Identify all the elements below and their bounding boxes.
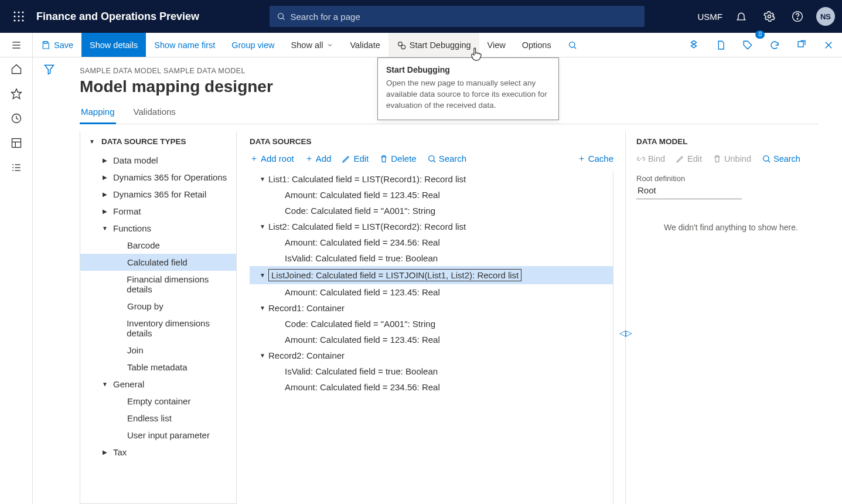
type-node-label: Table metadata [127,362,188,372]
nav-hamburger[interactable] [0,33,33,57]
data-source-node[interactable]: IsValid: Calculated field = true: Boolea… [250,250,613,266]
tab-mapping[interactable]: Mapping [80,107,116,124]
type-node[interactable]: Barcode [80,237,236,254]
type-node[interactable]: Join [80,342,236,359]
link-icon [636,154,646,164]
global-search[interactable] [270,6,645,27]
settings-icon[interactable] [760,7,779,26]
data-source-types-panel: ▼ DATA SOURCE TYPES ▶Data model▶Dynamics… [80,131,237,504]
type-node[interactable]: ▶Data model [80,152,236,169]
add-root-label: Add root [261,154,294,164]
global-search-input[interactable] [290,12,638,22]
type-node[interactable]: User input parameter [80,427,236,444]
show-details-button[interactable]: Show details [81,33,146,57]
company-label[interactable]: USMF [698,12,723,22]
save-button[interactable]: Save [33,33,81,57]
data-source-node[interactable]: ▼Record1: Container [250,300,613,316]
messages-badge: 0 [755,30,765,39]
pencil-icon [676,154,685,164]
validate-label: Validate [350,40,380,50]
type-node[interactable]: ▼General [80,376,236,393]
model-search-button[interactable]: Search [762,154,800,164]
workspaces-icon[interactable] [9,136,23,150]
svg-point-5 [22,15,23,17]
attach-button[interactable] [707,33,734,57]
data-source-node[interactable]: IsValid: Calculated field = true: Boolea… [250,363,613,379]
type-node[interactable]: Inventory dimensions details [80,315,236,342]
types-panel-header[interactable]: ▼ DATA SOURCE TYPES [80,131,236,152]
edit-button[interactable]: Edit [342,153,369,164]
data-source-node[interactable]: Amount: Calculated field = 234.56: Real [250,379,613,395]
type-node[interactable]: Endless list [80,410,236,427]
data-source-node[interactable]: Code: Calculated field = "A001": String [250,203,613,219]
notifications-icon[interactable] [732,7,751,26]
type-node[interactable]: Financial dimensions details [80,271,236,298]
delete-button[interactable]: Delete [379,153,416,164]
related-links-button[interactable] [680,33,707,57]
type-node[interactable]: ▶Dynamics 365 for Operations [80,169,236,186]
type-node[interactable]: ▼Functions [80,220,236,237]
view-menu[interactable]: View [479,33,514,57]
app-launcher-icon[interactable] [7,5,30,28]
splitter-handle[interactable]: ◁▷ [624,325,628,341]
popout-button[interactable] [788,33,815,57]
type-node-label: Dynamics 365 for Retail [113,189,206,199]
type-node-label: Endless list [127,413,172,423]
add-button[interactable]: ＋Add [305,153,332,164]
data-source-node[interactable]: Amount: Calculated field = 123.45: Real [250,284,613,300]
cache-button[interactable]: ＋Cache [577,153,613,164]
type-node[interactable]: Calculated field [80,254,236,271]
home-icon[interactable] [9,62,23,76]
save-icon [41,40,50,50]
type-node[interactable]: ▶Tax [80,444,236,461]
type-node-label: Inventory dimensions details [127,318,230,338]
data-source-node[interactable]: ▼ListJoined: Calculated field = LISTJOIN… [250,266,613,284]
add-root-button[interactable]: ＋Add root [250,153,294,164]
search-button[interactable]: Search [427,153,467,164]
model-panel-title: DATA MODEL [636,131,826,154]
tooltip-title: Start Debugging [386,65,550,74]
type-node[interactable]: Group by [80,298,236,315]
trash-icon [379,154,388,164]
validate-button[interactable]: Validate [342,33,388,57]
modules-icon[interactable] [9,161,23,175]
recent-icon[interactable] [9,111,23,125]
chevron-down-icon: ▼ [257,176,268,182]
root-definition-label: Root definition [636,174,826,183]
type-node[interactable]: ▶Dynamics 365 for Retail [80,186,236,203]
refresh-button[interactable] [761,33,788,57]
user-avatar[interactable]: NS [816,7,835,26]
data-source-label: Amount: Calculated field = 234.56: Real [285,382,440,392]
type-node-label: Format [113,206,141,216]
left-rail [0,57,33,504]
chevron-down-icon: ▼ [257,223,268,230]
data-source-node[interactable]: ▼List2: Calculated field = LIST(Record2)… [250,219,613,234]
data-source-node[interactable]: Amount: Calculated field = 123.45: Real [250,187,613,203]
tooltip-body: Open the new page to manually select any… [386,78,550,111]
data-source-node[interactable]: Amount: Calculated field = 234.56: Real [250,234,613,250]
tab-validations[interactable]: Validations [132,107,177,124]
type-node-label: Group by [127,301,163,311]
trash-icon [713,154,722,164]
close-button[interactable] [815,33,842,57]
data-source-node[interactable]: ▼Record2: Container [250,348,613,363]
types-panel-title: DATA SOURCE TYPES [101,137,186,146]
data-source-node[interactable]: ▼List1: Calculated field = LIST(Record1)… [250,171,613,187]
group-view-button[interactable]: Group view [223,33,282,57]
options-menu[interactable]: Options [514,33,560,57]
root-definition-value[interactable]: Root [636,183,742,199]
show-name-first-button[interactable]: Show name first [146,33,223,57]
favorites-icon[interactable] [9,87,23,101]
help-icon[interactable] [788,7,807,26]
data-source-label: Amount: Calculated field = 123.45: Real [285,287,440,297]
start-debugging-button[interactable]: Start Debugging [388,33,479,57]
type-node[interactable]: ▶Format [80,203,236,220]
tag-icon [742,40,753,50]
type-node[interactable]: Empty container [80,393,236,410]
type-node[interactable]: Table metadata [80,359,236,376]
data-source-node[interactable]: Code: Calculated field = "A001": String [250,316,613,332]
messages-button[interactable]: 0 [734,33,761,57]
show-all-dropdown[interactable]: Show all [283,33,342,57]
search-command[interactable] [560,33,585,57]
data-source-node[interactable]: Amount: Calculated field = 123.45: Real [250,332,613,348]
